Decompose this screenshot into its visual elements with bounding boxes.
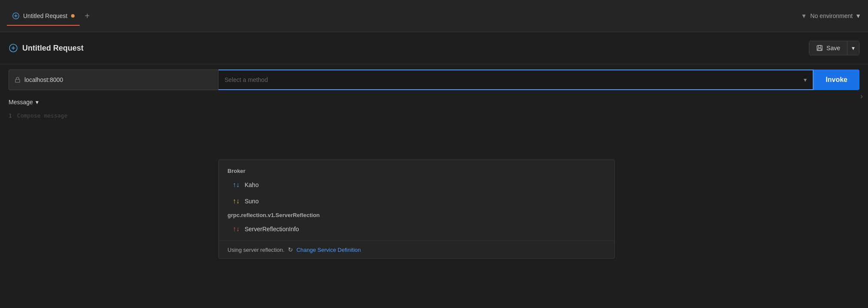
refresh-icon[interactable]: ↻ <box>288 246 293 253</box>
save-icon <box>816 45 823 51</box>
svg-rect-5 <box>15 79 20 82</box>
url-bar: localhost:8000 Select a method ▾ Invoke <box>9 69 859 90</box>
header-grpc-icon <box>9 43 18 53</box>
method-dropdown: Broker ↑↓ Kaho ↑↓ Suno grpc.reflection.v… <box>218 160 615 259</box>
method-placeholder: Select a method <box>224 76 804 83</box>
bidirectional-arrows-icon: ↑↓ <box>233 181 239 189</box>
tab-untitled-request[interactable]: Untitled Request <box>7 9 80 22</box>
invoke-button[interactable]: Invoke <box>814 69 859 90</box>
expand-arrow-icon[interactable]: › <box>860 91 863 100</box>
message-header[interactable]: Message ▾ <box>9 95 859 109</box>
svg-rect-3 <box>818 45 821 48</box>
method-name-kaho: Kaho <box>245 181 259 188</box>
save-dropdown-button[interactable]: ▾ <box>847 41 859 55</box>
message-chevron-icon: ▾ <box>36 99 39 106</box>
message-body: 1 Compose message <box>9 109 859 122</box>
tab-bar: Untitled Request + ▼ No environment ▼ <box>0 0 868 32</box>
main-content: localhost:8000 Select a method ▾ Invoke … <box>0 69 868 122</box>
compose-placeholder: Compose message <box>17 109 67 122</box>
dropdown-footer: Using server reflection. ↻ Change Servic… <box>219 241 614 258</box>
svg-rect-4 <box>818 48 821 50</box>
save-label: Save <box>826 45 840 51</box>
new-tab-button[interactable]: + <box>81 10 93 22</box>
dropdown-content: Broker ↑↓ Kaho ↑↓ Suno grpc.reflection.v… <box>219 160 614 258</box>
message-label: Message <box>9 99 33 106</box>
lock-icon <box>14 76 21 83</box>
method-suno[interactable]: ↑↓ Suno <box>219 193 614 209</box>
method-server-reflection-info[interactable]: ↑↓ ServerReflectionInfo <box>219 221 614 237</box>
tab-modified-dot <box>71 14 75 18</box>
save-button-group: Save ▾ <box>809 41 859 55</box>
env-label: No environment <box>810 12 853 19</box>
change-service-definition-link[interactable]: Change Service Definition <box>296 247 361 253</box>
env-chevron-icon: ▼ <box>855 12 861 19</box>
url-value: localhost:8000 <box>24 76 63 83</box>
method-kaho[interactable]: ↑↓ Kaho <box>219 177 614 193</box>
line-number: 1 <box>9 109 17 122</box>
env-area: ▼ No environment ▼ <box>801 12 861 19</box>
bidirectional-arrows-icon: ↑↓ <box>233 197 239 205</box>
message-area: Message ▾ 1 Compose message <box>0 95 868 122</box>
tab-title: Untitled Request <box>23 12 68 19</box>
method-name-suno: Suno <box>245 198 259 205</box>
footer-text: Using server reflection. <box>227 247 284 253</box>
header-bar: Untitled Request Save ▾ <box>0 32 868 64</box>
grpc-icon <box>12 12 20 20</box>
bidirectional-arrows-icon: ↑↓ <box>233 225 239 233</box>
env-chevron[interactable]: ▼ <box>801 12 807 19</box>
page-title: Untitled Request <box>22 44 84 53</box>
url-input-area[interactable]: localhost:8000 <box>9 69 218 90</box>
method-chevron-icon: ▾ <box>804 76 807 83</box>
save-button[interactable]: Save <box>809 41 847 55</box>
method-select[interactable]: Select a method ▾ <box>218 69 814 90</box>
method-name-reflection: ServerReflectionInfo <box>245 226 299 233</box>
section-reflection-label: grpc.reflection.v1.ServerReflection <box>219 209 614 221</box>
env-selector[interactable]: No environment ▼ <box>810 12 861 19</box>
section-broker-label: Broker <box>219 165 614 177</box>
